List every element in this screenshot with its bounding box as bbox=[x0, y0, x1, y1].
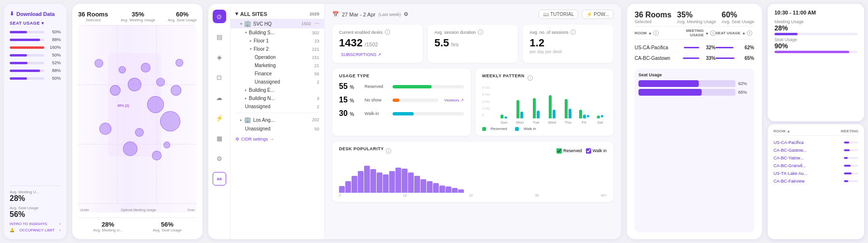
download-button[interactable]: ⬇ Download Data bbox=[10, 11, 61, 17]
avg-meeting-pct: 35% bbox=[677, 11, 716, 19]
nav-all[interactable]: All bbox=[213, 172, 226, 186]
tree-marketing[interactable]: Marketing 21 bbox=[231, 61, 324, 70]
y-2hrs: 2 Hrs bbox=[482, 107, 490, 110]
subscriptions-link[interactable]: SUBSCRIPTIONS ↗ bbox=[341, 52, 381, 57]
cidr-label: CIDR settings bbox=[241, 137, 268, 142]
power-icon: ⚡ bbox=[586, 12, 592, 17]
nav-gear[interactable]: ⚙ bbox=[213, 152, 226, 165]
weekly-pattern-card: WEEKLY PATTERN i Sun bbox=[475, 69, 614, 136]
tree-floor2[interactable]: ▾ Floor 2 221 bbox=[231, 45, 324, 53]
nav-cloud[interactable]: ☁ bbox=[213, 91, 226, 104]
violators-link[interactable]: Violators ↗ bbox=[444, 98, 463, 102]
tree-los-angeles[interactable]: ▸ 🏢 Los Ang... 202 bbox=[231, 115, 324, 125]
room-bar bbox=[844, 172, 858, 174]
reserved-legend bbox=[482, 127, 486, 131]
room-list-row: US-CA-Pacifica bbox=[773, 139, 858, 146]
tree-panel: ▾ ALL SITES 2029 ▾ 🏢 SVC HQ 1502 ⋯ ▾ Bui… bbox=[231, 4, 325, 239]
tree-building-e[interactable]: ▸ Building E... bbox=[231, 86, 324, 94]
popup-meeting-row: Meeting Usage 28% bbox=[774, 19, 857, 35]
tree-building-n[interactable]: ▸ Building N... 3 bbox=[231, 94, 324, 102]
occupancy-limit-link[interactable]: 🔔 OCCUPANCY LIMIT › bbox=[10, 228, 61, 232]
nav-reports[interactable]: ▤ bbox=[213, 30, 226, 43]
avg-meeting-scatter: 35% Avg. Meeting Usage bbox=[121, 11, 155, 22]
tree-floor1[interactable]: ▸ Floor 1 23 bbox=[231, 37, 324, 45]
desk-bar bbox=[352, 176, 357, 193]
walkin-checkbox[interactable] bbox=[586, 148, 591, 154]
seat-fill bbox=[638, 89, 702, 96]
day-label: Tue bbox=[533, 120, 540, 125]
room-name: CA-BC-Yatow... bbox=[773, 156, 844, 160]
optimal-label: 45% (1) bbox=[117, 104, 129, 107]
cidr-settings[interactable]: ⚙ CIDR settings → bbox=[231, 133, 324, 145]
desk-bar bbox=[364, 166, 370, 193]
tree-unassigned-la[interactable]: Unassigned 50 bbox=[231, 125, 324, 133]
popup-time: 10:30 - 11:00 AM bbox=[774, 10, 857, 15]
meeting-bar bbox=[684, 47, 699, 48]
intro-insights-link[interactable]: INTRO TO INSIGHTS › bbox=[10, 222, 61, 226]
bubble bbox=[156, 78, 165, 86]
tree-finance[interactable]: Finance 56 bbox=[231, 70, 324, 78]
avg-seat-stat: Avg. Seat Usage 56% bbox=[10, 206, 61, 219]
seat-usage-title: Seat Usage bbox=[638, 72, 750, 77]
tree-unassigned2[interactable]: Unassigned 2 bbox=[231, 102, 324, 111]
selected-count: 36 Rooms bbox=[635, 11, 671, 19]
reserved-legend-item: Reserved bbox=[556, 148, 582, 154]
noshow-row: 15 % No show Violators ↗ bbox=[339, 96, 464, 104]
seat-usage-chart: Seat Usage 62% 65% bbox=[635, 69, 754, 232]
room-bar-fill bbox=[844, 180, 848, 182]
info-icon[interactable]: i bbox=[385, 29, 390, 35]
zone-name: Marketing bbox=[255, 63, 312, 68]
usage-row: 50% bbox=[10, 29, 61, 34]
desk-bar bbox=[414, 176, 420, 193]
right-panel: 10:30 - 11:00 AM Meeting Usage 28% Seat … bbox=[768, 4, 864, 239]
scatter-avg-meeting-value: 28% bbox=[93, 221, 122, 228]
tree-unassigned[interactable]: Unassigned 2 bbox=[231, 78, 324, 86]
info-icon[interactable]: i bbox=[478, 29, 483, 35]
bar-walkin bbox=[504, 116, 507, 118]
sort-icon[interactable]: ▲ bbox=[787, 129, 790, 133]
nav-grid[interactable]: ⊡ bbox=[213, 71, 226, 84]
room-name: CA-BC-Fairview bbox=[773, 179, 844, 184]
nav-home[interactable]: ⊙ bbox=[213, 10, 226, 23]
sort-icon[interactable]: ▲ bbox=[648, 31, 652, 35]
info-icon[interactable]: i bbox=[710, 30, 716, 36]
tutorial-button[interactable]: 📖 TUTORIAL bbox=[539, 10, 578, 19]
nav-table[interactable]: ▦ bbox=[213, 131, 226, 145]
bubble bbox=[163, 142, 170, 148]
room-list-row: CA-BC-Granvil... bbox=[773, 162, 858, 170]
nav-settings[interactable]: ◈ bbox=[213, 50, 226, 64]
rooms-header: 36 Rooms Selected 35% Avg. Meeting Usage… bbox=[635, 11, 754, 24]
desk-bars bbox=[339, 159, 607, 193]
sessions-sub: per day per desk bbox=[529, 49, 607, 54]
date-range[interactable]: 📅 27 Mar - 2 Apr (Last week) ⚙ bbox=[332, 11, 408, 17]
bar-reserved bbox=[516, 100, 519, 118]
info-icon[interactable]: i bbox=[747, 30, 752, 36]
seat-fill bbox=[638, 80, 699, 87]
download-icon: ⬇ bbox=[10, 11, 14, 17]
floor-count: 23 bbox=[314, 39, 319, 43]
pow-button[interactable]: ⚡ POW... bbox=[582, 10, 613, 19]
sort-icon[interactable]: ▲ bbox=[705, 31, 709, 35]
reserved-checkbox[interactable] bbox=[556, 148, 562, 154]
tree-svc-hq[interactable]: ▾ 🏢 SVC HQ 1502 ⋯ bbox=[231, 19, 324, 29]
info-icon[interactable]: i bbox=[386, 148, 391, 154]
info-icon[interactable]: i bbox=[570, 29, 576, 35]
sessions-number: 1.2 bbox=[529, 37, 544, 49]
y-6hrs: 6 Hrs bbox=[482, 93, 490, 96]
x-0: 0 bbox=[339, 194, 341, 197]
building-name: Building S... bbox=[249, 30, 310, 35]
sessions-count-card: Avg. no. of sessions i 1.2 per day per d… bbox=[523, 25, 613, 63]
sort-icon[interactable]: ▲ bbox=[742, 31, 746, 35]
usage-pct: 88% bbox=[47, 37, 61, 42]
charts-row: USAGE TYPE 55 % Reserved bbox=[332, 69, 613, 136]
scatter-avg-seat-label: Avg. Seat Usage bbox=[153, 228, 182, 232]
info-icon[interactable]: i bbox=[653, 30, 659, 36]
tree-building-s[interactable]: ▾ Building S... 302 bbox=[231, 29, 324, 37]
bubble bbox=[160, 111, 180, 131]
info-icon[interactable]: i bbox=[528, 75, 533, 81]
popup-seat-row: Seat Usage 90% bbox=[774, 37, 857, 53]
nav-lightning[interactable]: ⚡ bbox=[213, 111, 226, 125]
seat-usage-label: SEAT USAGE ▾ bbox=[10, 21, 61, 26]
tree-operation[interactable]: Operation 151 bbox=[231, 53, 324, 61]
usage-pct: 50% bbox=[47, 53, 61, 57]
